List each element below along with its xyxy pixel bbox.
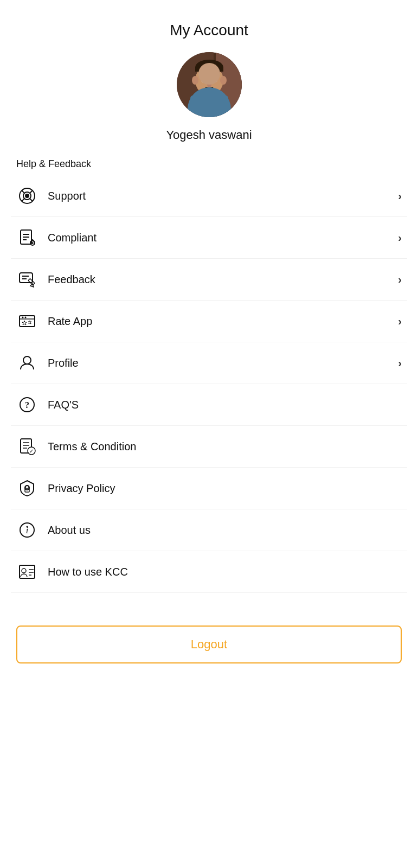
profile-chevron: › (398, 357, 402, 369)
svg-point-46 (25, 317, 27, 318)
terms-icon: ✓ (16, 436, 38, 457)
svg-rect-43 (20, 316, 35, 327)
profile-icon (16, 352, 38, 374)
rate-app-icon (16, 310, 38, 332)
svg-line-27 (22, 190, 24, 193)
svg-point-23 (214, 79, 217, 82)
faqs-label: FAQ'S (48, 399, 402, 411)
privacy-label: Privacy Policy (48, 482, 402, 495)
svg-point-20 (201, 78, 207, 82)
support-chevron: › (398, 190, 402, 202)
about-icon: i (16, 519, 38, 541)
menu-item-compliant[interactable]: Compliant › (11, 217, 407, 259)
svg-rect-39 (20, 273, 33, 283)
svg-point-3 (189, 93, 230, 117)
svg-point-62 (22, 569, 26, 573)
svg-point-15 (195, 65, 223, 95)
user-name: Yogesh vaswani (166, 128, 252, 142)
svg-text:✓: ✓ (29, 448, 34, 454)
page-title: My Account (170, 22, 248, 39)
faqs-icon: ? (16, 394, 38, 416)
svg-line-29 (30, 190, 33, 193)
profile-label: Profile (48, 357, 398, 369)
menu-item-profile[interactable]: Profile › (11, 342, 407, 384)
support-icon (16, 185, 38, 207)
svg-point-21 (212, 78, 217, 82)
about-label: About us (48, 524, 402, 537)
svg-rect-14 (204, 86, 215, 97)
page-container: My Account (0, 0, 418, 868)
svg-point-31 (25, 194, 29, 198)
section-help-feedback: Help & Feedback (11, 158, 407, 170)
rate-app-label: Rate App (48, 315, 398, 328)
svg-point-24 (207, 82, 211, 87)
menu-item-rate-app[interactable]: Rate App › (11, 301, 407, 342)
logout-container: Logout (11, 626, 407, 663)
privacy-icon (16, 477, 38, 499)
how-to-use-label: How to use KCC (48, 566, 402, 578)
avatar-image (177, 52, 242, 117)
menu-list: Support › Compliant › (11, 175, 407, 593)
menu-item-privacy[interactable]: Privacy Policy (11, 468, 407, 509)
svg-rect-4 (190, 95, 228, 117)
terms-label: Terms & Condition (48, 441, 402, 453)
menu-item-faqs[interactable]: ? FAQ'S (11, 384, 407, 426)
svg-point-18 (192, 76, 198, 85)
feedback-icon (16, 269, 38, 290)
menu-item-terms[interactable]: ✓ Terms & Condition (11, 426, 407, 468)
rate-app-chevron: › (398, 315, 402, 328)
compliant-label: Compliant (48, 232, 398, 244)
svg-line-30 (22, 199, 24, 201)
logout-button[interactable]: Logout (16, 626, 402, 663)
avatar (177, 52, 242, 117)
menu-item-how-to-use[interactable]: How to use KCC (11, 551, 407, 593)
svg-rect-17 (195, 67, 223, 72)
menu-item-about[interactable]: i About us (11, 509, 407, 551)
svg-point-47 (23, 356, 31, 364)
support-label: Support (48, 190, 398, 202)
menu-item-support[interactable]: Support › (11, 175, 407, 217)
svg-point-22 (203, 79, 206, 82)
how-to-use-icon (16, 561, 38, 583)
svg-point-45 (22, 317, 24, 318)
svg-point-19 (220, 76, 227, 85)
svg-point-60 (27, 526, 28, 528)
feedback-label: Feedback (48, 273, 398, 286)
compliant-icon (16, 227, 38, 248)
compliant-chevron: › (398, 232, 402, 244)
svg-rect-42 (28, 278, 35, 285)
svg-text:?: ? (25, 400, 29, 410)
menu-item-feedback[interactable]: Feedback › (11, 259, 407, 301)
feedback-chevron: › (398, 273, 402, 286)
svg-line-28 (30, 199, 33, 201)
